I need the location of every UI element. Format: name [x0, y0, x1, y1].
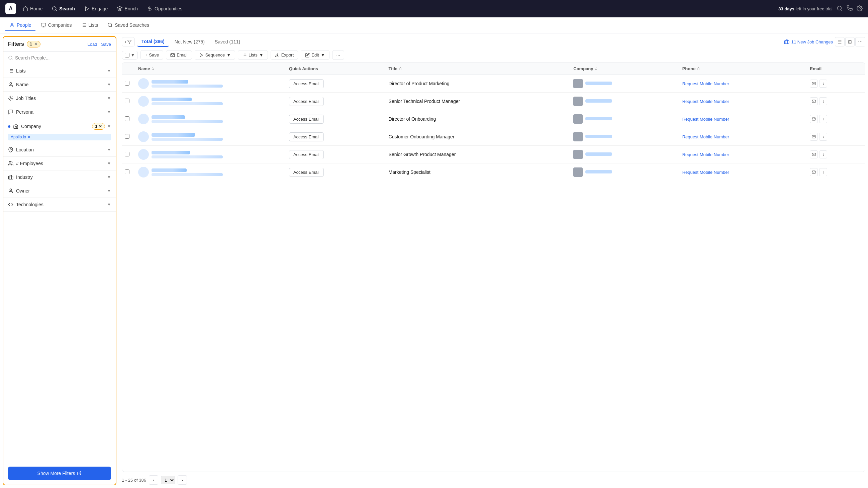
tab-group: Total (386) Net New (275) Saved (111) [137, 37, 245, 47]
filter-industry[interactable]: Industry ▼ [3, 170, 116, 184]
edit-action-button[interactable]: Edit ▼ [301, 50, 329, 60]
row-checkbox-0[interactable] [125, 81, 129, 86]
row-title-cell-5: Marketing Specialist [385, 163, 570, 181]
row-title-cell-2: Director of Onboarding [385, 110, 570, 128]
job-changes-button[interactable]: 11 New Job Changes [784, 39, 833, 44]
row-checkbox-2[interactable] [125, 116, 129, 121]
filter-company[interactable]: Company 1 ✕ ▼ [3, 119, 116, 134]
access-email-button-5[interactable]: Access Email [289, 168, 324, 177]
request-mobile-3[interactable]: Request Mobile Number [682, 134, 729, 139]
download-action-icon-3[interactable]: ↓ [819, 133, 827, 141]
access-email-button-1[interactable]: Access Email [289, 97, 324, 106]
request-mobile-2[interactable]: Request Mobile Number [682, 117, 729, 122]
chevron-down-icon: ▼ [107, 175, 111, 180]
download-action-icon-0[interactable]: ↓ [819, 79, 827, 88]
nav-search[interactable]: Search [48, 4, 79, 13]
prev-page-button[interactable]: ‹ [149, 475, 158, 485]
access-email-button-3[interactable]: Access Email [289, 132, 324, 141]
company-tag-remove[interactable]: ✕ [27, 135, 30, 139]
load-button[interactable]: Load [87, 42, 97, 47]
download-action-icon-2[interactable]: ↓ [819, 115, 827, 123]
search-nav-icon[interactable] [837, 5, 843, 12]
more-action-button[interactable]: ··· [332, 50, 344, 60]
email-action-icon-4[interactable] [810, 151, 818, 158]
row-checkbox-5[interactable] [125, 169, 129, 174]
chevron-left-icon: ‹ [125, 39, 126, 44]
save-button[interactable]: Save [101, 42, 111, 47]
page-select[interactable]: 1 [161, 476, 175, 484]
name-sort[interactable]: Name [138, 66, 155, 71]
company-filter-clear[interactable]: ✕ [99, 124, 102, 129]
nav-enrich[interactable]: Enrich [113, 4, 142, 13]
th-name: Name [134, 63, 285, 75]
lists-icon [242, 53, 247, 58]
settings-nav-icon[interactable] [857, 5, 863, 12]
location-icon [8, 147, 13, 153]
access-email-button-2[interactable]: Access Email [289, 115, 324, 124]
nav-engage[interactable]: Engage [80, 4, 112, 13]
filter-employees[interactable]: # Employees ▼ [3, 157, 116, 170]
filter-nav-button[interactable]: ‹ [122, 37, 135, 46]
access-email-button-0[interactable]: Access Email [289, 79, 324, 88]
sub-nav-saved[interactable]: Saved Searches [103, 20, 153, 31]
owner-icon [8, 188, 13, 194]
select-dropdown-icon[interactable]: ▼ [131, 53, 135, 58]
sub-nav-companies[interactable]: Companies [37, 20, 76, 31]
filter-owner[interactable]: Owner ▼ [3, 184, 116, 198]
request-mobile-0[interactable]: Request Mobile Number [682, 81, 729, 86]
tab-saved[interactable]: Saved (111) [210, 37, 245, 46]
row-checkbox-3[interactable] [125, 134, 129, 139]
more-view-button[interactable]: ⋯ [855, 37, 865, 46]
sequence-action-button[interactable]: Sequence ▼ [195, 50, 235, 60]
save-action-button[interactable]: + Save [141, 50, 163, 60]
filter-name[interactable]: Name ▼ [3, 78, 116, 92]
row-checkbox-4[interactable] [125, 152, 129, 156]
filter-location[interactable]: Location ▼ [3, 143, 116, 157]
phone-sort[interactable]: Phone [682, 66, 701, 71]
export-action-button[interactable]: Export [271, 50, 298, 60]
download-action-icon-1[interactable]: ↓ [819, 97, 827, 105]
filter-lists[interactable]: Lists ▼ [3, 64, 116, 78]
email-action-icon-0[interactable] [810, 79, 818, 88]
request-mobile-4[interactable]: Request Mobile Number [682, 152, 729, 157]
search-people-input[interactable] [15, 55, 111, 61]
avatar-5 [138, 167, 149, 177]
show-more-filters-button[interactable]: Show More Filters [8, 466, 111, 480]
nav-opportunities[interactable]: Opportunities [143, 4, 186, 13]
row-checkbox-1[interactable] [125, 99, 129, 103]
email-action-icon-5[interactable] [810, 168, 818, 176]
title-sort[interactable]: Title [389, 66, 403, 71]
email-action-icon-1[interactable] [810, 97, 818, 105]
nav-home[interactable]: Home [19, 4, 46, 13]
company-sort[interactable]: Company [573, 66, 598, 71]
request-mobile-1[interactable]: Request Mobile Number [682, 99, 729, 104]
list-view-button[interactable]: ☰ [835, 37, 845, 46]
row-actions-cell-3: Access Email [285, 128, 385, 146]
tab-total[interactable]: Total (386) [137, 37, 169, 47]
request-mobile-5[interactable]: Request Mobile Number [682, 170, 729, 175]
lists-action-button[interactable]: Lists ▼ [238, 50, 268, 60]
tab-net-new[interactable]: Net New (275) [170, 37, 209, 46]
toolbar-right: 11 New Job Changes ☰ ⊞ ⋯ [784, 37, 865, 46]
download-action-icon-5[interactable]: ↓ [819, 168, 827, 176]
phone-nav-icon[interactable] [846, 5, 852, 12]
filter-job-titles[interactable]: Job Titles ▼ [3, 92, 116, 105]
filter-technologies[interactable]: Technologies ▼ [3, 198, 116, 212]
grid-view-button[interactable]: ⊞ [845, 37, 855, 46]
next-page-button[interactable]: › [178, 475, 187, 485]
sub-nav-companies-label: Companies [48, 22, 72, 28]
company-logo-5 [573, 167, 583, 177]
name-blur-0 [152, 80, 281, 88]
filter-badge-clear[interactable]: ✕ [34, 42, 37, 46]
filter-persona[interactable]: Persona ▼ [3, 105, 116, 119]
email-action-button[interactable]: Email [166, 50, 192, 60]
download-action-icon-4[interactable]: ↓ [819, 151, 827, 158]
access-email-button-4[interactable]: Access Email [289, 150, 324, 159]
email-action-icon-2[interactable] [810, 115, 818, 123]
select-all-checkbox[interactable] [125, 53, 129, 58]
email-action-icon-3[interactable] [810, 133, 818, 141]
sub-nav-lists[interactable]: Lists [77, 20, 102, 31]
th-phone: Phone [678, 63, 806, 75]
sub-nav-people[interactable]: People [5, 20, 35, 31]
svg-rect-27 [8, 176, 13, 179]
